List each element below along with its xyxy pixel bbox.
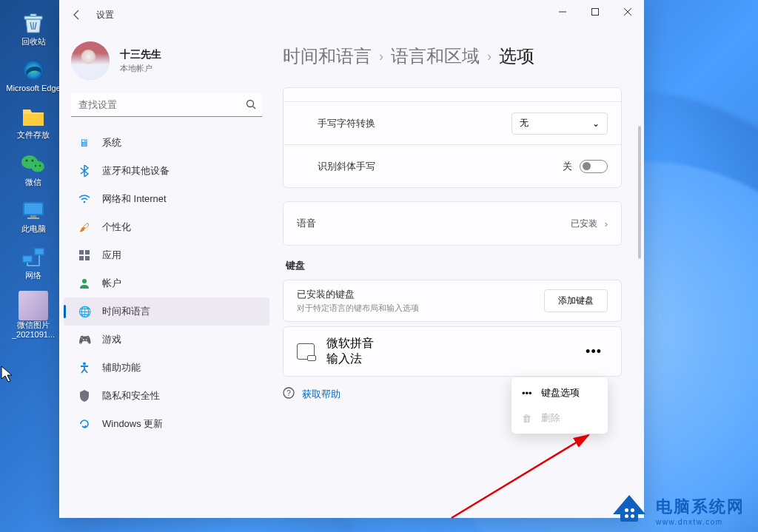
svg-rect-21 bbox=[85, 250, 90, 255]
breadcrumb-language-region[interactable]: 语言和区域 bbox=[391, 44, 480, 68]
svg-rect-12 bbox=[24, 256, 32, 261]
recycle-bin-icon[interactable]: 回收站 bbox=[0, 6, 67, 53]
speech-card[interactable]: 语音 已安装 › bbox=[283, 201, 622, 246]
svg-rect-20 bbox=[79, 250, 84, 255]
titlebar: 设置 bbox=[59, 0, 644, 30]
ime-context-menu: ••• 键盘选项 🗑 删除 bbox=[512, 377, 608, 434]
chevron-down-icon: ⌄ bbox=[592, 118, 600, 129]
folder-icon[interactable]: 文件存放 bbox=[0, 99, 67, 146]
row-label: 手写字符转换 bbox=[318, 117, 375, 130]
svg-rect-23 bbox=[85, 256, 90, 260]
nav-label: 系统 bbox=[102, 136, 121, 149]
trash-icon: 🗑 bbox=[522, 413, 534, 424]
profile[interactable]: 十三先生 本地帐户 bbox=[59, 36, 274, 93]
ime-title: 微软拼音 bbox=[326, 336, 580, 351]
svg-point-5 bbox=[35, 164, 36, 166]
svg-point-25 bbox=[83, 363, 86, 366]
handwriting-dropdown[interactable]: 无 ⌄ bbox=[512, 112, 608, 135]
italic-toggle[interactable] bbox=[580, 160, 608, 173]
maximize-button[interactable] bbox=[579, 0, 611, 24]
watermark-title: 电脑系统网 bbox=[656, 496, 745, 518]
ime-more-button[interactable]: ••• bbox=[580, 341, 608, 363]
installed-keyboards-card: 已安装的键盘 对于特定语言的键布局和输入选项 添加键盘 bbox=[283, 280, 622, 322]
desktop-label: 微信 bbox=[22, 178, 44, 187]
svg-point-3 bbox=[26, 159, 28, 161]
svg-point-24 bbox=[82, 279, 87, 283]
add-keyboard-button[interactable]: 添加键盘 bbox=[544, 289, 608, 312]
image-file-icon[interactable]: 微信图片_2021091... bbox=[0, 286, 67, 346]
gamepad-icon: 🎮 bbox=[77, 334, 92, 346]
edge-icon[interactable]: Microsoft Edge bbox=[0, 53, 67, 99]
nav-label: 蓝牙和其他设备 bbox=[102, 164, 170, 178]
ime-subtitle: 输入法 bbox=[326, 351, 580, 367]
this-pc-icon[interactable]: 此电脑 bbox=[0, 193, 67, 240]
svg-rect-8 bbox=[24, 203, 42, 214]
wifi-icon bbox=[77, 195, 92, 203]
nav-apps[interactable]: 应用 bbox=[59, 241, 274, 269]
minimize-button[interactable] bbox=[546, 0, 579, 24]
keyboard-icon bbox=[297, 343, 315, 360]
network-icon[interactable]: 网络 bbox=[0, 240, 67, 286]
main-content: 时间和语言 › 语言和区域 › 选项 手写字符转换 无 ⌄ 识别斜体手写 bbox=[274, 30, 644, 518]
watermark: 电脑系统网 www.dnxtw.com bbox=[610, 495, 745, 526]
keyboards-header: 键盘 bbox=[286, 259, 622, 272]
nav-personalization[interactable]: 🖌个性化 bbox=[59, 213, 274, 241]
profile-sub: 本地帐户 bbox=[120, 63, 161, 74]
nav-system[interactable]: 🖥系统 bbox=[59, 129, 274, 157]
menu-delete: 🗑 删除 bbox=[514, 405, 605, 431]
nav-windows-update[interactable]: Windows 更新 bbox=[59, 410, 274, 438]
nav-gaming[interactable]: 🎮游戏 bbox=[59, 326, 274, 354]
more-icon: ••• bbox=[522, 388, 534, 399]
search-box[interactable] bbox=[71, 93, 262, 117]
scroll-thumb[interactable] bbox=[638, 126, 641, 259]
row-label: 识别斜体手写 bbox=[318, 160, 375, 173]
help-icon: ? bbox=[283, 387, 295, 401]
desktop-label: Microsoft Edge bbox=[3, 84, 63, 93]
apps-icon bbox=[77, 250, 92, 260]
sync-icon bbox=[77, 418, 92, 430]
italic-handwriting-row: 识别斜体手写 关 bbox=[284, 144, 621, 187]
svg-point-17 bbox=[247, 101, 254, 107]
menu-label: 删除 bbox=[541, 411, 560, 425]
desktop-icons: 回收站 Microsoft Edge 文件存放 微信 此电脑 网络 微信图片_2… bbox=[0, 0, 67, 346]
scrollbar[interactable] bbox=[638, 126, 641, 444]
svg-point-2 bbox=[31, 161, 44, 172]
breadcrumb: 时间和语言 › 语言和区域 › 选项 bbox=[283, 30, 622, 87]
nav-bluetooth[interactable]: 蓝牙和其他设备 bbox=[59, 157, 274, 185]
card-title: 已安装的键盘 bbox=[297, 288, 544, 301]
menu-keyboard-options[interactable]: ••• 键盘选项 bbox=[514, 380, 605, 405]
desktop-label: 此电脑 bbox=[19, 224, 49, 234]
ime-row: 微软拼音 输入法 ••• ••• 键盘选项 🗑 删除 bbox=[283, 326, 622, 377]
nav-time-language[interactable]: 🌐时间和语言 bbox=[64, 297, 269, 326]
watermark-url: www.dnxtw.com bbox=[656, 518, 745, 526]
handwriting-conversion-row: 手写字符转换 无 ⌄ bbox=[284, 101, 621, 144]
breadcrumb-time-language[interactable]: 时间和语言 bbox=[283, 44, 372, 68]
window-controls bbox=[546, 0, 644, 24]
wechat-icon[interactable]: 微信 bbox=[0, 147, 67, 193]
nav-accounts[interactable]: 帐户 bbox=[59, 269, 274, 297]
chevron-right-icon: › bbox=[605, 218, 608, 229]
chevron-right-icon: › bbox=[379, 49, 383, 64]
handwriting-card: 手写字符转换 无 ⌄ 识别斜体手写 关 bbox=[283, 87, 622, 188]
svg-rect-14 bbox=[36, 249, 44, 254]
card-cut-top bbox=[284, 88, 621, 101]
shield-icon bbox=[77, 390, 92, 402]
chevron-right-icon: › bbox=[487, 49, 492, 64]
nav-label: 帐户 bbox=[102, 277, 121, 290]
close-button[interactable] bbox=[611, 0, 644, 24]
row-value: 已安装 bbox=[571, 218, 597, 230]
monitor-icon: 🖥 bbox=[77, 137, 92, 149]
card-subtitle: 对于特定语言的键布局和输入选项 bbox=[297, 303, 544, 314]
window-title: 设置 bbox=[96, 9, 114, 21]
search-input[interactable] bbox=[71, 93, 262, 117]
nav-accessibility[interactable]: 辅助功能 bbox=[59, 354, 274, 382]
back-button[interactable] bbox=[65, 3, 89, 27]
nav-privacy[interactable]: 隐私和安全性 bbox=[59, 382, 274, 410]
person-icon bbox=[77, 278, 92, 289]
toggle-state: 关 bbox=[563, 160, 572, 173]
dropdown-value: 无 bbox=[520, 117, 529, 129]
desktop-label: 回收站 bbox=[19, 37, 49, 47]
svg-rect-22 bbox=[79, 256, 84, 260]
nav-network[interactable]: 网络和 Internet bbox=[59, 185, 274, 213]
brush-icon: 🖌 bbox=[77, 221, 92, 233]
